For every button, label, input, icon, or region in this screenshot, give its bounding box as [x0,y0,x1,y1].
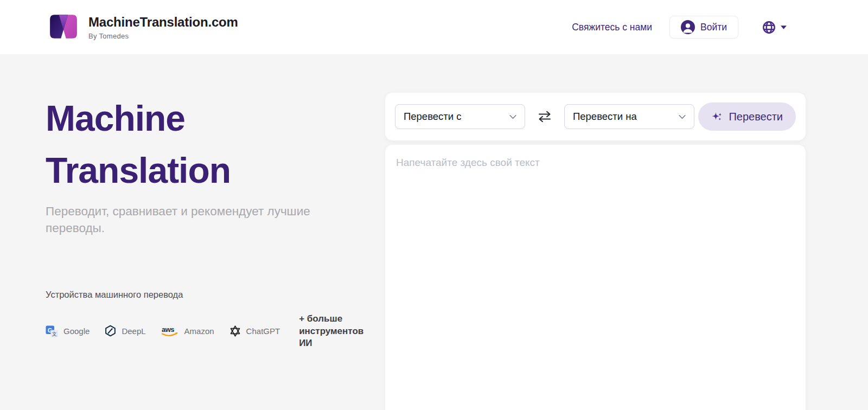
engines-label: Устройства машинного перевода [46,290,376,300]
brand-subtitle: By Tomedes [88,32,238,40]
translator-toolbar: Перевести с Перевести на [385,93,806,140]
login-button[interactable]: Войти [669,16,738,39]
translate-button[interactable]: Перевести [698,102,796,131]
globe-icon [762,21,776,34]
page-subtitle: Переводит, сравнивает и рекомендует лучш… [46,203,339,236]
engine-chatgpt: ChatGPT [229,325,280,337]
chevron-down-icon [781,25,787,29]
chatgpt-icon [229,325,241,337]
source-text-input[interactable] [385,145,806,410]
hero-section: Machine Translation Переводит, сравнивае… [46,92,376,350]
page-title: Machine Translation [46,92,328,196]
engine-label: DeepL [122,326,145,336]
more-ai-tools-label: + больше инструментов ИИ [299,313,376,350]
translate-button-label: Перевести [729,111,783,123]
engine-google: G 文 Google [46,325,90,338]
login-button-label: Войти [700,22,727,33]
page: MachineTranslation.com By Tomedes Свяжит… [0,0,868,410]
engine-label: ChatGPT [246,326,280,336]
svg-text:文: 文 [52,331,57,337]
source-text-card [385,145,806,410]
swap-arrows-icon [537,110,553,123]
engine-deepl: DeepL [104,325,145,337]
deepl-icon [104,325,117,337]
source-language-select[interactable]: Перевести с [395,104,525,129]
source-language-value: Перевести с [404,111,462,123]
engine-label: Amazon [184,326,214,336]
engine-amazon: aws Amazon [161,325,214,338]
swap-languages-button[interactable] [537,110,553,123]
header: MachineTranslation.com By Tomedes Свяжит… [0,0,868,54]
engines-row: G 文 Google DeepL aws [46,313,376,350]
header-actions: Свяжитесь с нами Войти [572,16,787,39]
aws-icon: aws [161,325,180,338]
contact-us-link[interactable]: Свяжитесь с нами [572,22,652,33]
brand-text: MachineTranslation.com By Tomedes [88,15,238,40]
svg-text:aws: aws [162,325,174,334]
engine-label: Google [63,326,90,336]
sparkles-icon [711,111,723,123]
user-circle-icon [681,20,695,34]
language-switcher[interactable] [762,21,787,34]
google-translate-icon: G 文 [46,325,59,338]
brand-home-link[interactable]: MachineTranslation.com By Tomedes [48,12,238,42]
brand-logo-icon [48,12,79,42]
translator-panel: Перевести с Перевести на [385,93,806,410]
brand-title: MachineTranslation.com [88,15,238,30]
target-language-select[interactable]: Перевести на [564,104,694,129]
target-language-value: Перевести на [573,111,637,123]
chevron-down-icon [679,114,686,119]
chevron-down-icon [509,114,516,119]
